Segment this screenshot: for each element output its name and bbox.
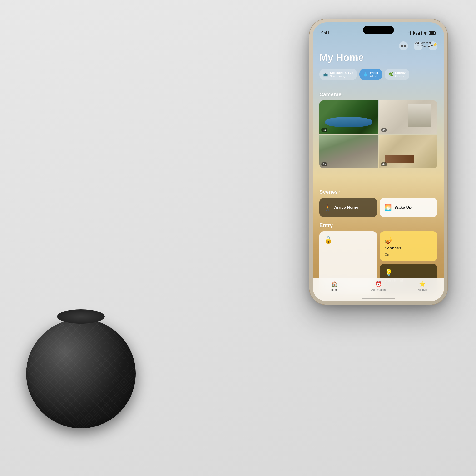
energy-label: Energy bbox=[395, 71, 406, 75]
category-pills: 📺 Speakers & TVs None Playing 💧 Water Al… bbox=[319, 68, 438, 80]
speakers-label: Speakers & TVs bbox=[330, 71, 353, 75]
entry-card-sconces[interactable]: 🪔 Sconces On bbox=[380, 231, 438, 261]
grid-forecast-icon: ⚡ bbox=[432, 42, 438, 47]
home-indicator bbox=[362, 298, 395, 299]
status-icons bbox=[409, 31, 436, 35]
overhead-icon: 💡 bbox=[385, 269, 433, 276]
pill-speakers[interactable]: 📺 Speakers & TVs None Playing bbox=[319, 68, 357, 80]
automation-tab-icon: ⏰ bbox=[375, 281, 382, 287]
wake-up-icon: 🌅 bbox=[385, 204, 392, 211]
iphone-screen: 9:41 bbox=[313, 22, 444, 301]
tab-automation[interactable]: ⏰ Automation bbox=[357, 281, 400, 291]
scenes-title: Scenes bbox=[319, 189, 338, 195]
scenes-row: 🚶 Arrive Home 🌅 Wake Up bbox=[313, 198, 444, 217]
battery-icon bbox=[429, 32, 436, 35]
page-title: My Home bbox=[319, 52, 364, 63]
camera-thumb-driveway[interactable]: 1s bbox=[319, 135, 378, 168]
sconces-status: On bbox=[385, 253, 433, 256]
camera-thumb-gym[interactable]: 3s bbox=[379, 101, 438, 134]
camera-badge-4: 4s bbox=[381, 162, 387, 166]
signal-bars-icon bbox=[416, 32, 422, 35]
app-header: + ••• My Home Grid Forecast Cle bbox=[313, 41, 444, 80]
homepod-body bbox=[26, 319, 136, 428]
siri-wave-icon bbox=[409, 31, 415, 35]
grid-forecast: Grid Forecast Cleaner ⚡ bbox=[413, 41, 438, 48]
camera-thumb-living[interactable]: 4s bbox=[379, 135, 438, 168]
camera-badge-3: 1s bbox=[321, 162, 327, 166]
grid-forecast-label: Grid Forecast bbox=[413, 41, 431, 45]
status-time: 9:41 bbox=[321, 31, 329, 35]
camera-badge-2: 3s bbox=[381, 128, 387, 132]
scene: 9:41 bbox=[0, 0, 476, 476]
home-tab-icon: 🏠 bbox=[332, 281, 338, 287]
sconces-icon: 🪔 bbox=[385, 236, 433, 244]
energy-icon: 🌿 bbox=[389, 72, 393, 77]
scenes-header: Scenes › bbox=[313, 189, 444, 195]
pill-water[interactable]: 💧 Water All Off bbox=[359, 68, 382, 80]
automation-tab-label: Automation bbox=[371, 288, 386, 291]
scenes-section: Scenes › 🚶 Arrive Home 🌅 Wake Up bbox=[313, 189, 444, 217]
arrive-home-icon: 🚶 bbox=[324, 204, 331, 211]
camera-thumb-pool[interactable]: 2s bbox=[319, 101, 378, 134]
grid-forecast-sublabel: Cleaner bbox=[413, 45, 431, 48]
cameras-grid: 2s 3s 1s 4s bbox=[319, 101, 438, 168]
arrive-home-label: Arrive Home bbox=[334, 205, 358, 210]
app-content: 9:41 bbox=[313, 22, 444, 301]
sconces-label: Sconces bbox=[385, 246, 433, 251]
scene-wake-up[interactable]: 🌅 Wake Up bbox=[380, 198, 438, 217]
dynamic-island bbox=[363, 26, 394, 34]
entry-chevron-icon: › bbox=[334, 223, 335, 227]
water-label: Water bbox=[370, 71, 378, 75]
entry-header: Entry › bbox=[313, 222, 444, 228]
discover-tab-icon: ⭐ bbox=[419, 281, 425, 287]
tab-home[interactable]: 🏠 Home bbox=[313, 281, 357, 291]
water-icon: 💧 bbox=[363, 72, 368, 77]
speakers-sublabel: None Playing bbox=[330, 75, 353, 78]
iphone: 9:41 bbox=[309, 19, 447, 305]
cameras-chevron-icon: › bbox=[343, 92, 344, 97]
speakers-icon: 📺 bbox=[323, 72, 328, 77]
cameras-title: Cameras bbox=[319, 91, 341, 98]
wifi-icon bbox=[423, 32, 427, 35]
cameras-header: Cameras › bbox=[313, 91, 444, 98]
entry-title: Entry bbox=[319, 222, 333, 228]
wake-up-label: Wake Up bbox=[395, 205, 411, 210]
energy-sublabel: Cleaner bbox=[395, 75, 406, 78]
cameras-section: Cameras › 2s 3s 1s bbox=[313, 91, 444, 168]
homepod bbox=[19, 305, 143, 428]
water-sublabel: All Off bbox=[370, 75, 378, 78]
discover-tab-label: Discover bbox=[417, 288, 428, 291]
scenes-chevron-icon: › bbox=[339, 190, 340, 194]
camera-badge-1: 2s bbox=[321, 128, 327, 132]
home-tab-label: Home bbox=[331, 288, 339, 291]
siri-button[interactable] bbox=[399, 41, 408, 51]
pill-energy[interactable]: 🌿 Energy Cleaner bbox=[385, 68, 409, 80]
front-door-icon: 🔓 bbox=[324, 236, 372, 244]
tab-discover[interactable]: ⭐ Discover bbox=[400, 281, 444, 291]
homepod-mesh bbox=[26, 319, 136, 428]
scene-arrive-home[interactable]: 🚶 Arrive Home bbox=[319, 198, 377, 217]
homepod-top bbox=[57, 309, 105, 324]
siri-icon bbox=[401, 45, 406, 47]
tab-bar: 🏠 Home ⏰ Automation ⭐ Discover bbox=[313, 277, 444, 301]
